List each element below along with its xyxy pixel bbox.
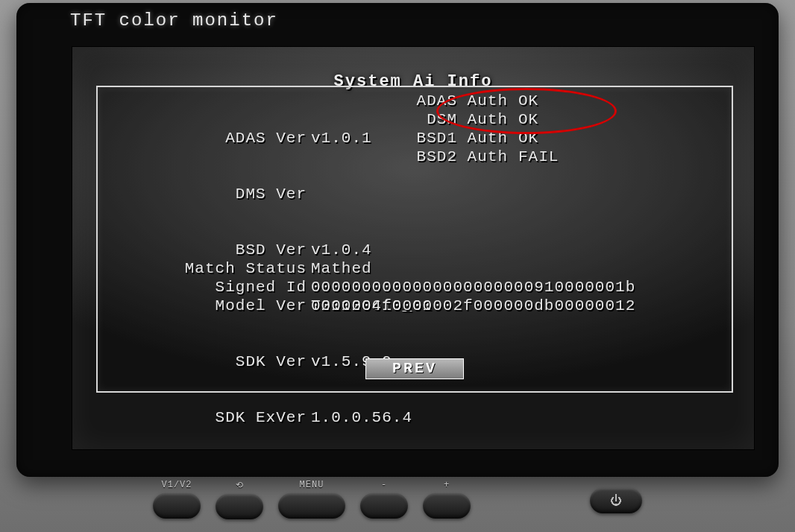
monitor-bezel: TFT color monitor System Ai Info ADAS Ve… [16, 3, 779, 477]
row-signed-id-2: 0000004f0000002f000000db00000012 [98, 297, 732, 315]
photo-frame: TFT color monitor System Ai Info ADAS Ve… [0, 0, 795, 532]
value: FAIL [512, 148, 608, 166]
value: v1.0.4 [311, 241, 732, 259]
hw-btn-loop[interactable] [216, 494, 263, 519]
label: BSD Ver [98, 241, 311, 259]
value [311, 185, 732, 203]
row-signed-id-1: Signed Id 000000000000000000000091000000… [98, 278, 732, 297]
label: SDK Ver [98, 352, 311, 371]
hw-btn-menu[interactable] [278, 493, 345, 519]
row-bsd1-auth: BSD1 Auth OK [411, 129, 608, 148]
monitor-screen: System Ai Info ADAS Ver v1.0.1 DMS Ver B… [72, 46, 755, 450]
row-bsd2-auth: BSD2 Auth FAIL [411, 148, 608, 166]
label: ADAS Ver [98, 129, 311, 148]
hw-btn-power-wrap: ⏻ [590, 485, 642, 513]
long-value-list: Match Status Mathed Signed Id 0000000000… [98, 259, 732, 315]
power-icon: ⏻ [610, 494, 622, 508]
hw-label: - [381, 480, 387, 490]
row-bsd-ver: BSD Ver v1.0.4 [98, 241, 732, 259]
row-match-status: Match Status Mathed [98, 259, 732, 278]
label: SDK ExVer [98, 408, 311, 427]
row-dms-ver: DMS Ver [98, 185, 732, 203]
label: ADAS Auth [411, 92, 512, 110]
value: OK [512, 92, 608, 110]
label: DMS Ver [98, 185, 311, 203]
row-sdk-exver: SDK ExVer 1.0.0.56.4 [98, 408, 732, 427]
hardware-button-row: V1/V2 ⟲ MENU - + ⏻ [0, 478, 795, 520]
hw-btn-loop-wrap: ⟲ [216, 480, 263, 519]
value: 1.0.0.56.4 [311, 408, 732, 427]
value: OK [512, 110, 608, 129]
hw-btn-minus-wrap: - [360, 480, 408, 519]
hw-btn-v1v2[interactable] [153, 493, 201, 519]
hw-btn-plus-wrap: + [423, 480, 471, 519]
system-ai-info-panel: ADAS Ver v1.0.1 DMS Ver BSD Ver v1.0.4 M… [96, 86, 733, 393]
hw-btn-v1v2-wrap: V1/V2 [153, 480, 201, 519]
value: 0000000000000000000000910000001b [311, 278, 732, 297]
value: OK [512, 129, 608, 148]
label: BSD1 Auth [411, 129, 512, 148]
hw-btn-menu-wrap: MENU [278, 480, 345, 519]
monitor-brand-label: TFT color monitor [70, 10, 278, 31]
label: Signed Id [98, 278, 311, 297]
label: BSD2 Auth [411, 148, 512, 166]
hw-label: V1/V2 [161, 480, 192, 490]
row-adas-auth: ADAS Auth OK [411, 92, 608, 110]
row-dsm-auth: DSM Auth OK [411, 110, 608, 129]
label: DSM Auth [411, 110, 512, 129]
hw-btn-power[interactable]: ⏻ [590, 488, 642, 513]
hw-label: ⟲ [236, 480, 244, 491]
hw-btn-minus[interactable] [360, 493, 408, 519]
value: Mathed [311, 259, 732, 278]
value: 0000004f0000002f000000db00000012 [311, 297, 732, 315]
hw-btn-plus[interactable] [423, 493, 471, 519]
label [98, 297, 311, 315]
prev-button[interactable]: PREV [365, 358, 464, 379]
auth-list: ADAS Auth OK DSM Auth OK BSD1 Auth OK BS… [411, 92, 608, 166]
label: Match Status [98, 259, 311, 278]
hw-label: + [444, 480, 450, 490]
hw-label: MENU [300, 480, 324, 490]
